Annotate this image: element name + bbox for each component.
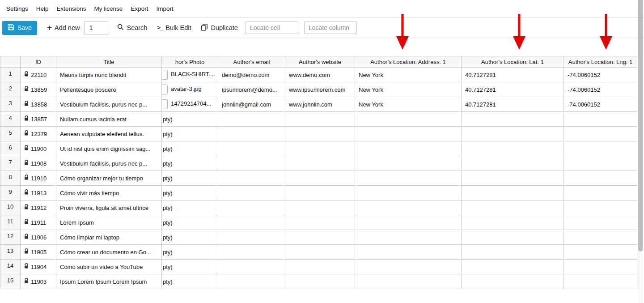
- cell-photo[interactable]: pty): [162, 171, 218, 186]
- corner-header-cell[interactable]: [0, 56, 21, 68]
- cell-email[interactable]: [218, 201, 285, 215]
- cell-address[interactable]: [355, 127, 462, 141]
- cell-photo[interactable]: pty): [162, 274, 218, 289]
- cell-id[interactable]: 11913: [21, 186, 56, 201]
- cell-website[interactable]: [285, 127, 355, 141]
- cell-address[interactable]: [355, 171, 462, 186]
- cell-website[interactable]: www.demo.com: [285, 68, 355, 82]
- column-header-authors-website[interactable]: Author's website: [285, 56, 355, 68]
- cell-title[interactable]: Proin viverra, ligula sit amet ultrice: [56, 201, 162, 215]
- cell-lng[interactable]: [564, 171, 637, 186]
- cell-email[interactable]: [218, 127, 285, 141]
- cell-lng[interactable]: -74.0060152: [564, 68, 637, 82]
- cell-lat[interactable]: [462, 156, 564, 171]
- cell-address[interactable]: [355, 186, 462, 201]
- cell-photo[interactable]: pty): [162, 186, 218, 201]
- cell-email[interactable]: [218, 260, 285, 274]
- cell-lat[interactable]: 40.7127281: [462, 68, 564, 82]
- cell-id[interactable]: 13857: [21, 112, 56, 127]
- cell-website[interactable]: [285, 230, 355, 245]
- cell-id[interactable]: 11912: [21, 201, 56, 215]
- cell-email[interactable]: [218, 112, 285, 127]
- cell-email[interactable]: ipsumlorem@demo...: [218, 82, 285, 97]
- add-new-button[interactable]: + Add new: [47, 24, 80, 32]
- column-header-id[interactable]: ID: [21, 56, 56, 68]
- cell-lng[interactable]: [564, 215, 637, 230]
- column-header-authors-email[interactable]: Author's email: [218, 56, 285, 68]
- cell-title[interactable]: Ipsum Lorem Ipsum Lorem Ipsum: [56, 274, 162, 289]
- cell-email[interactable]: [218, 230, 285, 245]
- cell-title[interactable]: Lorem Ipsum: [56, 215, 162, 230]
- cell-email[interactable]: [218, 186, 285, 201]
- menu-item-help[interactable]: Help: [36, 5, 49, 12]
- cell-title[interactable]: Cómo vivir más tiempo: [56, 186, 162, 201]
- cell-email[interactable]: [218, 215, 285, 230]
- locate-column-input[interactable]: [304, 21, 357, 34]
- save-button[interactable]: Save: [2, 21, 37, 35]
- cell-website[interactable]: [285, 201, 355, 215]
- cell-lng[interactable]: [564, 230, 637, 245]
- cell-lng[interactable]: [564, 141, 637, 156]
- cell-id[interactable]: 11903: [21, 274, 56, 289]
- cell-lng[interactable]: [564, 274, 637, 289]
- cell-lat[interactable]: [462, 186, 564, 201]
- row-number[interactable]: 15: [0, 274, 21, 289]
- menu-item-export[interactable]: Export: [131, 5, 148, 12]
- cell-id[interactable]: 11908: [21, 156, 56, 171]
- cell-title[interactable]: Cómo subir un vídeo a YouTube: [56, 260, 162, 274]
- cell-address[interactable]: [355, 274, 462, 289]
- row-number[interactable]: 7: [0, 156, 21, 171]
- cell-website[interactable]: www.johnlin.com: [285, 97, 355, 112]
- cell-title[interactable]: Nullam cursus lacinia erat: [56, 112, 162, 127]
- cell-photo[interactable]: pty): [162, 112, 218, 127]
- cell-title[interactable]: Aenean vulputate eleifend tellus.: [56, 127, 162, 141]
- cell-email[interactable]: [218, 274, 285, 289]
- bulk-edit-button[interactable]: >_ Bulk Edit: [157, 24, 191, 31]
- cell-lat[interactable]: [462, 215, 564, 230]
- cell-id[interactable]: 22110: [21, 68, 56, 82]
- cell-address[interactable]: [355, 156, 462, 171]
- cell-photo[interactable]: pty): [162, 230, 218, 245]
- cell-title[interactable]: Pellentesque posuere: [56, 82, 162, 97]
- cell-lat[interactable]: [462, 245, 564, 260]
- cell-email[interactable]: [218, 156, 285, 171]
- cell-address[interactable]: [355, 230, 462, 245]
- cell-website[interactable]: [285, 215, 355, 230]
- cell-address[interactable]: New York: [355, 82, 462, 97]
- cell-id[interactable]: 13858: [21, 97, 56, 112]
- cell-title[interactable]: Cómo organizar mejor tu tiempo: [56, 171, 162, 186]
- cell-address[interactable]: [355, 245, 462, 260]
- cell-lat[interactable]: 40.7127281: [462, 82, 564, 97]
- row-number[interactable]: 3: [0, 97, 21, 112]
- cell-website[interactable]: [285, 245, 355, 260]
- menu-item-my-license[interactable]: My license: [94, 5, 123, 12]
- cell-id[interactable]: 11906: [21, 230, 56, 245]
- cell-website[interactable]: [285, 274, 355, 289]
- cell-lat[interactable]: 40.7127281: [462, 97, 564, 112]
- cell-website[interactable]: [285, 171, 355, 186]
- cell-lng[interactable]: [564, 127, 637, 141]
- cell-email[interactable]: [218, 245, 285, 260]
- cell-lng[interactable]: -74.0060152: [564, 97, 637, 112]
- column-header-title[interactable]: Title: [56, 56, 162, 68]
- cell-id[interactable]: 11910: [21, 171, 56, 186]
- cell-photo[interactable]: pty): [162, 141, 218, 156]
- cell-website[interactable]: [285, 186, 355, 201]
- cell-lng[interactable]: [564, 156, 637, 171]
- cell-website[interactable]: [285, 156, 355, 171]
- cell-photo[interactable]: pty): [162, 201, 218, 215]
- cell-photo[interactable]: 14729214704...: [162, 97, 218, 112]
- cell-website[interactable]: [285, 141, 355, 156]
- cell-lng[interactable]: [564, 260, 637, 274]
- cell-photo[interactable]: pty): [162, 156, 218, 171]
- cell-email[interactable]: demo@demo.com: [218, 68, 285, 82]
- row-number[interactable]: 2: [0, 82, 21, 97]
- cell-photo[interactable]: pty): [162, 245, 218, 260]
- cell-id[interactable]: 11900: [21, 141, 56, 156]
- cell-title[interactable]: Ut id nisl quis enim dignissim sag...: [56, 141, 162, 156]
- menu-item-import[interactable]: Import: [156, 5, 173, 12]
- cell-title[interactable]: Vestibulum facilisis, purus nec p...: [56, 97, 162, 112]
- cell-lat[interactable]: [462, 171, 564, 186]
- row-number[interactable]: 6: [0, 141, 21, 156]
- cell-lng[interactable]: [564, 201, 637, 215]
